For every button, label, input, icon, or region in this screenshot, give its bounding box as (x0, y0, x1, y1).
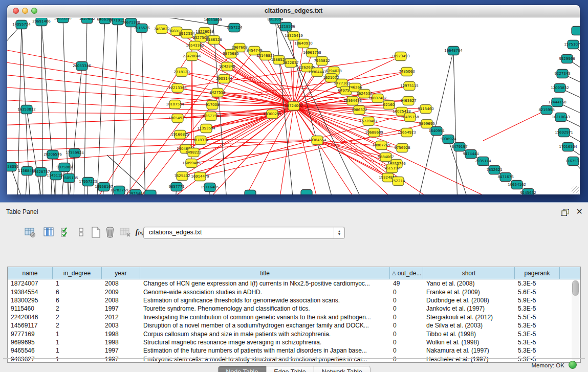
table-cell[interactable]: 5.5E-5 (515, 314, 560, 321)
table-selector-dropdown[interactable]: citations_edges.txt ▲▼ (143, 227, 345, 239)
table-row[interactable]: 1872400712008Changes of HCN gene express… (8, 279, 580, 288)
table-cell[interactable]: Estimation of significance thresholds fo… (140, 297, 390, 304)
float-window-icon[interactable] (561, 209, 570, 216)
table-cell[interactable]: 5.3E-5 (515, 305, 560, 312)
table-cell[interactable]: 0 (390, 289, 423, 296)
column-header-short[interactable]: short (423, 267, 515, 279)
table-cell[interactable]: Tourette syndrome. Phenomenology and cla… (140, 305, 390, 312)
table-cell[interactable]: Franke et al. (2009) (423, 289, 515, 296)
table-settings-icon[interactable] (24, 225, 37, 239)
new-table-icon[interactable] (89, 225, 102, 239)
column-header-name[interactable]: name (8, 267, 53, 279)
table-cell[interactable]: Investigating the contribution of common… (140, 314, 390, 321)
table-cell[interactable]: 2003 (102, 322, 140, 329)
table-cell[interactable]: 1997 (102, 305, 140, 312)
table-cell[interactable]: 9465546 (8, 347, 53, 354)
table-cell[interactable]: 5.6E-5 (515, 289, 560, 296)
node-table-header-row[interactable]: namein_degreeyeartitle△out_de...shortpag… (8, 267, 580, 279)
table-cell[interactable]: 9777169 (8, 331, 53, 338)
table-cell[interactable]: 22420046 (8, 314, 53, 321)
table-cell[interactable]: Dudbridge et al. (2008) (423, 297, 515, 304)
table-cell[interactable]: Corpus callosum shape and size in male p… (140, 331, 390, 338)
citation-network-graph[interactable]: 1872400718300295193845547463822966012389… (7, 18, 580, 194)
table-cell[interactable]: Jankovic et al. (1997) (423, 305, 515, 312)
table-cell[interactable]: 0 (390, 314, 423, 321)
table-cell[interactable]: Tibbo et al. (1998) (423, 331, 515, 338)
table-cell[interactable]: 18724007 (8, 280, 53, 287)
table-cell[interactable]: 2008 (102, 280, 140, 287)
table-cell[interactable]: 1998 (102, 331, 140, 338)
table-cell[interactable]: 9699695 (8, 339, 53, 346)
table-row[interactable]: 1830029562008Estimation of significance … (8, 296, 580, 304)
table-cell[interactable]: 1 (53, 280, 102, 287)
show-columns-icon[interactable] (42, 225, 55, 239)
table-cell[interactable]: 6 (53, 289, 102, 296)
table-row[interactable]: 911546021997Tourette syndrome. Phenomeno… (8, 304, 580, 313)
table-cell[interactable]: 2012 (102, 314, 140, 321)
table-cell[interactable]: Wolkin et al. (1998) (423, 339, 515, 346)
table-cell[interactable]: 5.3E-5 (515, 280, 560, 287)
table-cell[interactable]: Genome-wide association studies in ADHD. (140, 289, 390, 296)
column-header-outde[interactable]: △out_de... (390, 267, 423, 279)
table-cell[interactable]: Yano et al. (2008) (423, 280, 515, 287)
table-cell[interactable]: 1 (53, 347, 102, 354)
node-table[interactable]: namein_degreeyeartitle△out_de...shortpag… (7, 267, 581, 363)
table-cell[interactable]: 19384554 (8, 289, 53, 296)
row-options-icon[interactable] (75, 225, 88, 239)
table-cell[interactable]: 14569117 (8, 322, 53, 329)
table-cell[interactable]: 5.3E-5 (515, 347, 560, 354)
table-cell[interactable]: Disruption of a novel member of a sodium… (140, 322, 390, 329)
table-cell[interactable]: Estimation of the future numbers of pati… (140, 347, 390, 354)
table-cell[interactable]: 18300295 (8, 297, 53, 304)
network-canvas[interactable]: 1872400718300295193845547463822966012389… (7, 17, 580, 194)
table-cell[interactable]: Nakamura et al. (1997) (423, 347, 515, 354)
table-cell[interactable]: 1997 (102, 347, 140, 354)
node-table-body[interactable]: 1872400712008Changes of HCN gene express… (8, 279, 580, 363)
table-cell[interactable]: 2 (53, 305, 102, 312)
select-columns-icon[interactable] (59, 225, 73, 239)
delete-rows-icon[interactable] (103, 225, 117, 239)
column-header-year[interactable]: year (102, 267, 140, 279)
table-row[interactable]: 977716911998Corpus callosum shape and si… (8, 330, 580, 338)
table-cell[interactable]: 0 (390, 339, 423, 346)
column-header-pagerank[interactable]: pagerank (515, 267, 560, 279)
graph-node[interactable] (145, 190, 156, 195)
table-cell[interactable]: 2 (53, 322, 102, 329)
table-cell[interactable]: 6 (53, 297, 102, 304)
network-window-titlebar[interactable]: citations_edges.txt (7, 5, 580, 17)
table-cell[interactable]: 1 (53, 339, 102, 346)
table-cell[interactable]: 2008 (102, 297, 140, 304)
table-cell[interactable]: 0 (390, 305, 423, 312)
table-cell[interactable]: Structural magnetic resonance image aver… (140, 339, 390, 346)
table-cell[interactable]: 5.3E-5 (515, 331, 560, 338)
table-scrollbar-thumb[interactable] (572, 280, 579, 296)
graph-node[interactable] (245, 190, 256, 195)
table-row[interactable]: 1456911722003Disruption of a novel membe… (8, 321, 580, 330)
graph-node[interactable] (301, 190, 312, 195)
table-cell[interactable]: 5.3E-5 (515, 322, 560, 329)
table-row[interactable]: 1938455462009Genome-wide association stu… (8, 288, 580, 296)
table-cell[interactable]: 2009 (102, 289, 140, 296)
table-cell[interactable]: 1 (53, 331, 102, 338)
table-cell[interactable]: 0 (390, 297, 423, 304)
table-scrollbar[interactable] (572, 280, 579, 362)
network-window[interactable]: citations_edges.txt 18724007183002951938… (7, 5, 580, 193)
table-cell[interactable]: 1998 (102, 339, 140, 346)
table-cell[interactable]: 9115460 (8, 305, 53, 312)
table-cell[interactable]: 5.3E-5 (515, 339, 560, 346)
table-row[interactable]: 946554611997Estimation of the future num… (8, 346, 580, 355)
resize-grip-icon[interactable] (572, 186, 579, 193)
column-header-indegree[interactable]: in_degree (53, 267, 102, 279)
table-row[interactable]: 969969511998Structural magnetic resonanc… (8, 338, 580, 346)
table-cell[interactable]: 5.9E-5 (515, 297, 560, 304)
table-cell[interactable]: 0 (390, 347, 423, 354)
table-row[interactable]: 2242004622012Investigating the contribut… (8, 313, 580, 321)
table-cell[interactable]: Changes of HCN gene expression and I(f) … (140, 280, 390, 287)
table-cell[interactable]: de Silva et al. (2003) (423, 322, 515, 329)
column-header-title[interactable]: title (140, 267, 390, 279)
table-cell[interactable]: 0 (390, 322, 423, 329)
table-cell[interactable]: 49 (390, 280, 423, 287)
graph-node[interactable] (572, 27, 580, 35)
table-cell[interactable]: 2 (53, 314, 102, 321)
table-cell[interactable]: 0 (390, 331, 423, 338)
